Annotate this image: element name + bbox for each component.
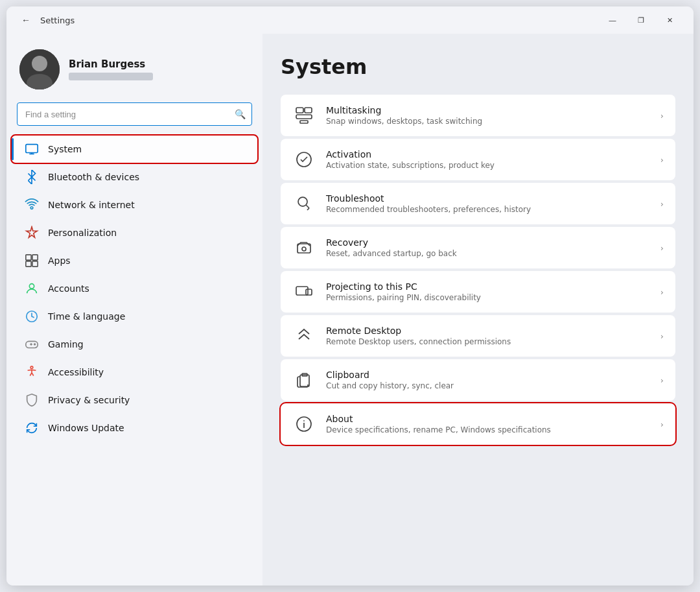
svg-rect-8 — [32, 255, 38, 260]
user-section: Brian Burgess — [6, 41, 262, 102]
svg-rect-10 — [32, 261, 38, 266]
svg-rect-9 — [26, 261, 31, 266]
sidebar-item-label: Accounts — [48, 283, 89, 294]
sidebar-item-label: Privacy & security — [48, 395, 130, 405]
chevron-right-icon: › — [660, 331, 664, 341]
activation-settings-icon — [292, 148, 316, 171]
settings-item-desc: Recommended troubleshooters, preferences… — [326, 205, 655, 214]
sidebar-item-bluetooth[interactable]: Bluetooth & devices — [12, 163, 257, 191]
close-button[interactable]: ✕ — [656, 10, 683, 30]
svg-rect-3 — [26, 145, 38, 153]
svg-point-17 — [30, 366, 33, 369]
settings-item-text: Remote Desktop Remote Desktop users, con… — [326, 326, 655, 346]
svg-point-16 — [34, 344, 36, 345]
settings-item-text: Clipboard Cut and copy history, sync, cl… — [326, 370, 655, 390]
settings-item-title: Recovery — [326, 237, 655, 248]
sidebar-item-apps[interactable]: Apps — [12, 247, 257, 274]
svg-rect-20 — [296, 115, 312, 119]
window-title: Settings — [40, 16, 599, 25]
page-title: System — [281, 54, 675, 79]
svg-point-32 — [304, 421, 305, 421]
svg-rect-18 — [296, 108, 303, 113]
settings-item-title: Projecting to this PC — [326, 281, 655, 292]
sidebar-item-label: Apps — [48, 255, 71, 266]
accessibility-icon — [25, 365, 39, 379]
sidebar-item-label: Time & language — [48, 311, 125, 322]
sidebar-item-personalization[interactable]: Personalization — [12, 219, 257, 246]
gaming-icon — [25, 337, 39, 351]
settings-item-desc: Snap windows, desktops, task switching — [326, 117, 655, 126]
titlebar: ← Settings — ❐ ✕ — [6, 6, 694, 34]
settings-item-multitasking[interactable]: Multitasking Snap windows, desktops, tas… — [281, 95, 675, 136]
svg-rect-21 — [300, 121, 308, 123]
sidebar-item-time[interactable]: Time & language — [12, 303, 257, 330]
accounts-icon — [25, 281, 39, 296]
network-icon — [25, 198, 39, 212]
svg-rect-7 — [26, 255, 31, 260]
privacy-icon — [25, 393, 39, 407]
settings-item-troubleshoot[interactable]: Troubleshoot Recommended troubleshooters… — [281, 183, 675, 224]
settings-item-clipboard[interactable]: Clipboard Cut and copy history, sync, cl… — [281, 359, 675, 401]
search-input[interactable] — [17, 102, 252, 126]
avatar-image — [19, 49, 60, 89]
avatar — [19, 49, 60, 89]
svg-point-6 — [30, 207, 33, 209]
settings-item-title: Remote Desktop — [326, 326, 655, 336]
chevron-right-icon: › — [660, 111, 664, 121]
sidebar-item-label: Bluetooth & devices — [48, 172, 139, 182]
svg-rect-19 — [305, 108, 312, 113]
bluetooth-icon — [25, 170, 39, 184]
maximize-button[interactable]: ❐ — [627, 10, 655, 30]
chevron-right-icon: › — [660, 155, 664, 165]
apps-icon — [25, 254, 39, 268]
settings-item-recovery[interactable]: Recovery Reset, advanced startup, go bac… — [281, 227, 675, 268]
sidebar-item-privacy[interactable]: Privacy & security — [12, 386, 257, 414]
multitasking-settings-icon — [292, 104, 316, 127]
settings-item-title: Multitasking — [326, 105, 655, 115]
settings-item-text: Projecting to this PC Permissions, pairi… — [326, 281, 655, 302]
svg-point-11 — [29, 284, 34, 289]
settings-item-activation[interactable]: Activation Activation state, subscriptio… — [281, 139, 675, 180]
settings-item-about[interactable]: About Device specifications, rename PC, … — [281, 403, 675, 445]
main-panel: System Multitasking Snap windows, deskto… — [262, 34, 694, 586]
sidebar-item-label: System — [48, 144, 82, 154]
svg-point-25 — [302, 247, 306, 251]
settings-item-remote[interactable]: Remote Desktop Remote Desktop users, con… — [281, 315, 675, 357]
settings-item-text: Recovery Reset, advanced startup, go bac… — [326, 237, 655, 258]
settings-item-title: Clipboard — [326, 370, 655, 380]
settings-item-desc: Activation state, subscriptions, product… — [326, 161, 655, 170]
back-button[interactable]: ← — [17, 11, 35, 29]
projecting-settings-icon — [292, 280, 316, 303]
user-name: Brian Burgess — [69, 58, 153, 70]
sidebar-item-label: Windows Update — [48, 423, 124, 433]
sidebar: Brian Burgess 🔍 System Bluetooth & devic… — [6, 34, 262, 586]
sidebar-item-label: Network & internet — [48, 200, 135, 210]
main-content: Brian Burgess 🔍 System Bluetooth & devic… — [6, 34, 694, 586]
update-icon — [25, 421, 39, 435]
settings-list: Multitasking Snap windows, desktops, tas… — [281, 95, 675, 445]
sidebar-item-accounts[interactable]: Accounts — [12, 275, 257, 302]
sidebar-item-network[interactable]: Network & internet — [12, 191, 257, 219]
svg-rect-27 — [306, 289, 312, 295]
chevron-right-icon: › — [660, 420, 664, 429]
search-icon: 🔍 — [235, 109, 246, 119]
sidebar-item-accessibility[interactable]: Accessibility — [12, 359, 257, 386]
settings-item-text: Activation Activation state, subscriptio… — [326, 149, 655, 170]
nav-list: System Bluetooth & devices Network & int… — [6, 135, 262, 442]
search-box: 🔍 — [17, 102, 252, 126]
settings-item-text: Troubleshoot Recommended troubleshooters… — [326, 193, 655, 214]
svg-line-23 — [307, 208, 309, 210]
sidebar-item-gaming[interactable]: Gaming — [12, 331, 257, 358]
chevron-right-icon: › — [660, 199, 664, 209]
user-info: Brian Burgess — [69, 58, 153, 80]
sidebar-item-update[interactable]: Windows Update — [12, 414, 257, 442]
settings-item-projecting[interactable]: Projecting to this PC Permissions, pairi… — [281, 271, 675, 313]
time-icon — [25, 309, 39, 324]
sidebar-item-label: Personalization — [48, 228, 117, 238]
about-settings-icon — [292, 412, 316, 436]
sidebar-item-system[interactable]: System — [12, 136, 257, 163]
settings-item-text: About Device specifications, rename PC, … — [326, 414, 655, 434]
minimize-button[interactable]: — — [599, 10, 626, 30]
settings-item-desc: Remote Desktop users, connection permiss… — [326, 337, 655, 346]
settings-window: ← Settings — ❐ ✕ Brian Burge — [6, 6, 694, 586]
